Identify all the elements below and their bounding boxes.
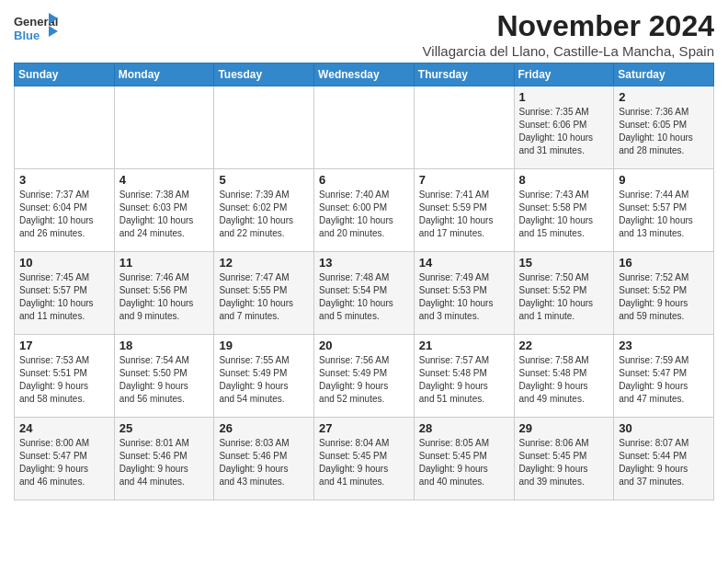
- month-title: November 2024: [423, 9, 714, 43]
- day-info: Sunrise: 7:39 AM Sunset: 6:02 PM Dayligh…: [219, 189, 309, 240]
- day-info: Sunrise: 7:57 AM Sunset: 5:48 PM Dayligh…: [419, 354, 509, 406]
- calendar-cell: [214, 86, 314, 169]
- calendar-cell: [414, 86, 514, 169]
- day-number: 28: [419, 421, 509, 435]
- day-info: Sunrise: 7:41 AM Sunset: 5:59 PM Dayligh…: [419, 189, 509, 240]
- day-number: 27: [319, 421, 409, 435]
- day-number: 13: [319, 256, 409, 270]
- col-header-monday: Monday: [114, 63, 214, 86]
- day-info: Sunrise: 7:47 AM Sunset: 5:55 PM Dayligh…: [219, 271, 309, 323]
- day-info: Sunrise: 8:01 AM Sunset: 5:46 PM Dayligh…: [119, 437, 210, 488]
- day-number: 12: [219, 256, 309, 270]
- day-number: 24: [19, 421, 109, 435]
- day-number: 22: [519, 339, 609, 352]
- day-info: Sunrise: 7:46 AM Sunset: 5:56 PM Dayligh…: [119, 271, 210, 323]
- calendar-cell: 7Sunrise: 7:41 AM Sunset: 5:59 PM Daylig…: [414, 169, 514, 252]
- calendar-table: SundayMondayTuesdayWednesdayThursdayFrid…: [14, 63, 714, 500]
- day-info: Sunrise: 7:50 AM Sunset: 5:52 PM Dayligh…: [519, 271, 609, 323]
- day-number: 3: [19, 173, 109, 187]
- day-info: Sunrise: 7:48 AM Sunset: 5:54 PM Dayligh…: [319, 271, 409, 323]
- calendar-cell: 3Sunrise: 7:37 AM Sunset: 6:04 PM Daylig…: [15, 169, 115, 252]
- day-info: Sunrise: 7:35 AM Sunset: 6:06 PM Dayligh…: [519, 106, 609, 157]
- calendar-cell: 22Sunrise: 7:58 AM Sunset: 5:48 PM Dayli…: [514, 335, 614, 418]
- day-number: 21: [419, 339, 509, 352]
- day-number: 9: [619, 173, 709, 187]
- day-info: Sunrise: 7:53 AM Sunset: 5:51 PM Dayligh…: [19, 354, 109, 406]
- day-info: Sunrise: 7:40 AM Sunset: 6:00 PM Dayligh…: [319, 189, 409, 240]
- day-info: Sunrise: 8:06 AM Sunset: 5:45 PM Dayligh…: [519, 437, 609, 488]
- calendar-cell: 19Sunrise: 7:55 AM Sunset: 5:49 PM Dayli…: [214, 335, 314, 418]
- calendar-cell: 10Sunrise: 7:45 AM Sunset: 5:57 PM Dayli…: [15, 252, 115, 335]
- calendar-cell: 18Sunrise: 7:54 AM Sunset: 5:50 PM Dayli…: [114, 335, 214, 418]
- calendar-cell: 4Sunrise: 7:38 AM Sunset: 6:03 PM Daylig…: [114, 169, 214, 252]
- col-header-saturday: Saturday: [614, 63, 714, 86]
- subtitle: Villagarcia del Llano, Castille-La Manch…: [423, 43, 714, 59]
- col-header-sunday: Sunday: [15, 63, 115, 86]
- day-number: 2: [619, 90, 709, 104]
- logo: GeneralBlue: [14, 9, 60, 48]
- day-number: 4: [119, 173, 210, 187]
- calendar-cell: 28Sunrise: 8:05 AM Sunset: 5:45 PM Dayli…: [414, 418, 514, 500]
- title-block: November 2024 Villagarcia del Llano, Cas…: [423, 9, 714, 59]
- calendar-cell: 17Sunrise: 7:53 AM Sunset: 5:51 PM Dayli…: [15, 335, 115, 418]
- calendar-cell: 21Sunrise: 7:57 AM Sunset: 5:48 PM Dayli…: [414, 335, 514, 418]
- calendar-cell: 23Sunrise: 7:59 AM Sunset: 5:47 PM Dayli…: [614, 335, 714, 418]
- day-number: 25: [119, 421, 210, 435]
- logo-svg: GeneralBlue: [14, 9, 60, 48]
- calendar-week-1: 1Sunrise: 7:35 AM Sunset: 6:06 PM Daylig…: [15, 86, 714, 169]
- day-number: 17: [19, 339, 109, 352]
- calendar-cell: 15Sunrise: 7:50 AM Sunset: 5:52 PM Dayli…: [514, 252, 614, 335]
- day-number: 20: [319, 339, 409, 352]
- calendar-cell: 29Sunrise: 8:06 AM Sunset: 5:45 PM Dayli…: [514, 418, 614, 500]
- day-number: 15: [519, 256, 609, 270]
- calendar-cell: 11Sunrise: 7:46 AM Sunset: 5:56 PM Dayli…: [114, 252, 214, 335]
- day-info: Sunrise: 7:43 AM Sunset: 5:58 PM Dayligh…: [519, 189, 609, 240]
- calendar-week-4: 17Sunrise: 7:53 AM Sunset: 5:51 PM Dayli…: [15, 335, 714, 418]
- calendar-cell: 9Sunrise: 7:44 AM Sunset: 5:57 PM Daylig…: [614, 169, 714, 252]
- calendar-cell: 13Sunrise: 7:48 AM Sunset: 5:54 PM Dayli…: [314, 252, 415, 335]
- day-info: Sunrise: 8:04 AM Sunset: 5:45 PM Dayligh…: [319, 437, 409, 488]
- day-info: Sunrise: 7:44 AM Sunset: 5:57 PM Dayligh…: [619, 189, 709, 240]
- col-header-wednesday: Wednesday: [314, 63, 415, 86]
- calendar-cell: [314, 86, 415, 169]
- day-info: Sunrise: 7:49 AM Sunset: 5:53 PM Dayligh…: [419, 271, 509, 323]
- calendar-cell: 5Sunrise: 7:39 AM Sunset: 6:02 PM Daylig…: [214, 169, 314, 252]
- day-number: 23: [619, 339, 709, 352]
- col-header-thursday: Thursday: [414, 63, 514, 86]
- calendar-header-row: SundayMondayTuesdayWednesdayThursdayFrid…: [15, 63, 714, 86]
- col-header-friday: Friday: [514, 63, 614, 86]
- day-info: Sunrise: 7:56 AM Sunset: 5:49 PM Dayligh…: [319, 354, 409, 406]
- calendar-cell: [15, 86, 115, 169]
- header: GeneralBlue November 2024 Villagarcia de…: [14, 9, 714, 59]
- calendar-cell: [114, 86, 214, 169]
- day-number: 8: [519, 173, 609, 187]
- calendar-cell: 1Sunrise: 7:35 AM Sunset: 6:06 PM Daylig…: [514, 86, 614, 169]
- calendar-week-2: 3Sunrise: 7:37 AM Sunset: 6:04 PM Daylig…: [15, 169, 714, 252]
- day-number: 10: [19, 256, 109, 270]
- col-header-tuesday: Tuesday: [214, 63, 314, 86]
- page-wrapper: GeneralBlue November 2024 Villagarcia de…: [14, 9, 714, 500]
- calendar-cell: 30Sunrise: 8:07 AM Sunset: 5:44 PM Dayli…: [614, 418, 714, 500]
- calendar-cell: 20Sunrise: 7:56 AM Sunset: 5:49 PM Dayli…: [314, 335, 415, 418]
- day-number: 7: [419, 173, 509, 187]
- day-number: 19: [219, 339, 309, 352]
- day-info: Sunrise: 7:37 AM Sunset: 6:04 PM Dayligh…: [19, 189, 109, 240]
- day-info: Sunrise: 8:05 AM Sunset: 5:45 PM Dayligh…: [419, 437, 509, 488]
- day-info: Sunrise: 8:03 AM Sunset: 5:46 PM Dayligh…: [219, 437, 309, 488]
- day-number: 5: [219, 173, 309, 187]
- day-info: Sunrise: 7:38 AM Sunset: 6:03 PM Dayligh…: [119, 189, 210, 240]
- day-info: Sunrise: 7:36 AM Sunset: 6:05 PM Dayligh…: [619, 106, 709, 157]
- calendar-cell: 2Sunrise: 7:36 AM Sunset: 6:05 PM Daylig…: [614, 86, 714, 169]
- calendar-cell: 25Sunrise: 8:01 AM Sunset: 5:46 PM Dayli…: [114, 418, 214, 500]
- calendar-cell: 8Sunrise: 7:43 AM Sunset: 5:58 PM Daylig…: [514, 169, 614, 252]
- day-number: 1: [519, 90, 609, 104]
- calendar-cell: 16Sunrise: 7:52 AM Sunset: 5:52 PM Dayli…: [614, 252, 714, 335]
- day-info: Sunrise: 7:55 AM Sunset: 5:49 PM Dayligh…: [219, 354, 309, 406]
- day-info: Sunrise: 7:59 AM Sunset: 5:47 PM Dayligh…: [619, 354, 709, 406]
- calendar-week-5: 24Sunrise: 8:00 AM Sunset: 5:47 PM Dayli…: [15, 418, 714, 500]
- day-number: 6: [319, 173, 409, 187]
- calendar-cell: 6Sunrise: 7:40 AM Sunset: 6:00 PM Daylig…: [314, 169, 415, 252]
- day-info: Sunrise: 7:58 AM Sunset: 5:48 PM Dayligh…: [519, 354, 609, 406]
- day-number: 30: [619, 421, 709, 435]
- day-info: Sunrise: 7:52 AM Sunset: 5:52 PM Dayligh…: [619, 271, 709, 323]
